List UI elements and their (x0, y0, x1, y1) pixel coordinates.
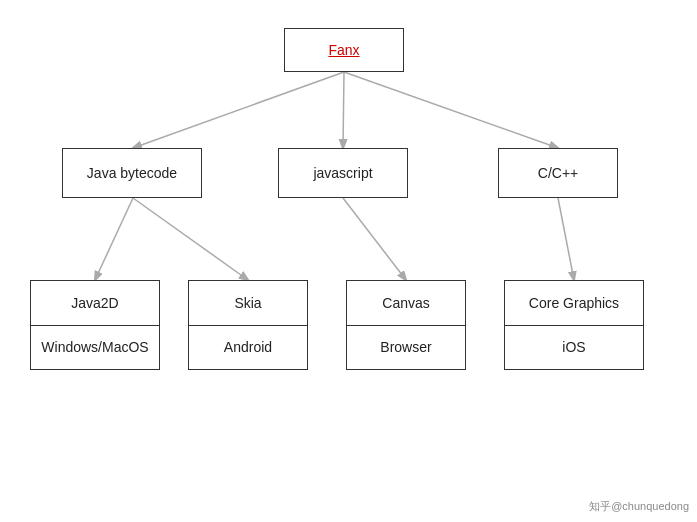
skia-node: Skia Android (188, 280, 308, 370)
cpp-label: C/C++ (538, 165, 578, 181)
diagram-container: Fanx Java bytecode javascript C/C++ Java… (0, 0, 697, 522)
java-bytecode-label: Java bytecode (87, 165, 177, 181)
javascript-node: javascript (278, 148, 408, 198)
core-graphics-top: Core Graphics (505, 281, 643, 326)
cpp-node: C/C++ (498, 148, 618, 198)
java2d-bottom: Windows/MacOS (31, 326, 159, 370)
core-graphics-bottom: iOS (505, 326, 643, 370)
skia-bottom: Android (189, 326, 307, 370)
canvas-bottom: Browser (347, 326, 465, 370)
svg-line-1 (343, 72, 344, 148)
root-label: Fanx (328, 42, 359, 58)
canvas-top: Canvas (347, 281, 465, 326)
skia-top: Skia (189, 281, 307, 326)
java2d-node: Java2D Windows/MacOS (30, 280, 160, 370)
canvas-node: Canvas Browser (346, 280, 466, 370)
svg-line-0 (133, 72, 344, 148)
java2d-top: Java2D (31, 281, 159, 326)
root-node: Fanx (284, 28, 404, 72)
javascript-label: javascript (313, 165, 372, 181)
java-bytecode-node: Java bytecode (62, 148, 202, 198)
svg-line-5 (343, 198, 406, 280)
core-graphics-node: Core Graphics iOS (504, 280, 644, 370)
svg-line-4 (133, 198, 248, 280)
watermark: 知乎@chunquedong (589, 499, 689, 514)
svg-line-6 (558, 198, 574, 280)
svg-line-3 (95, 198, 133, 280)
svg-line-2 (344, 72, 558, 148)
connectors-svg (0, 0, 697, 522)
